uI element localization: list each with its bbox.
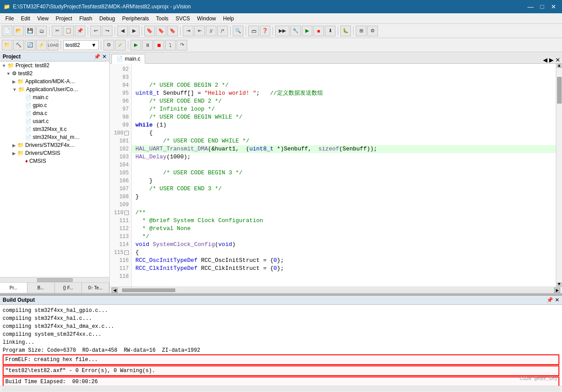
project-button[interactable]: 📁 <box>2 40 12 50</box>
vscroll-track[interactable] <box>557 68 562 282</box>
bookmark2-button[interactable]: 🔖 <box>156 26 166 36</box>
db-button[interactable]: 🗃 <box>248 26 259 36</box>
pause-button[interactable]: ⏸ <box>142 40 153 50</box>
code-content[interactable]: /* USER CODE BEGIN 2 */ uint8_t Senbuff[… <box>132 64 556 287</box>
save-button[interactable]: 💾 <box>25 26 35 36</box>
rebuild-button[interactable]: 🔄 <box>25 40 35 50</box>
project-tab-3[interactable]: 0↑ Te... <box>82 283 109 293</box>
vscroll-thumb[interactable] <box>557 77 562 104</box>
cut-button[interactable]: ✂ <box>52 26 62 36</box>
tree-item[interactable]: 📄usart.c <box>0 117 109 125</box>
close-button[interactable]: ✕ <box>549 2 558 12</box>
tree-item[interactable]: ▼📁Application/User/Co… <box>0 85 109 93</box>
wizard-button[interactable]: 🪄 <box>115 40 126 50</box>
editor-vscroll[interactable]: ▲ ▼ <box>556 64 562 287</box>
tab-scroll-right[interactable]: ▶ <box>549 57 554 63</box>
menu-item-project[interactable]: Project <box>52 13 76 23</box>
tree-item[interactable]: 📄gpio.c <box>0 101 109 109</box>
uncomment-button[interactable]: /* <box>217 26 228 36</box>
menu-item-svcs[interactable]: SVCS <box>172 13 194 23</box>
tree-item[interactable]: ▶📁Application/MDK-A… <box>0 77 109 85</box>
stop-button[interactable]: ■ <box>313 26 324 36</box>
hscroll-right[interactable]: ▶ <box>554 288 560 293</box>
paste-button[interactable]: 📌 <box>75 26 85 36</box>
bookmark1-button[interactable]: 🔖 <box>144 26 155 36</box>
outdent-button[interactable]: ⇤ <box>194 26 205 36</box>
target-dropdown[interactable]: test82 ▼ <box>63 40 99 50</box>
copy-button[interactable]: 📋 <box>63 26 74 36</box>
indent-button[interactable]: ⇥ <box>183 26 193 36</box>
menu-item-edit[interactable]: Edit <box>17 13 34 23</box>
project-hscroll[interactable] <box>0 277 109 282</box>
build-target-button[interactable]: ▶▶ <box>275 26 289 36</box>
project-tab-1[interactable]: B... <box>27 283 55 293</box>
tree-item[interactable]: ▶📁Drivers/STM32F4x… <box>0 141 109 149</box>
menu-item-debug[interactable]: Debug <box>96 13 119 23</box>
tree-item[interactable]: ♦CMSIS <box>0 157 109 165</box>
maximize-button[interactable]: □ <box>537 2 547 12</box>
fold-button[interactable]: − <box>124 211 129 215</box>
hscroll-track[interactable] <box>118 288 554 292</box>
comment-button[interactable]: // <box>206 26 216 36</box>
step-over-button[interactable]: ↷ <box>177 40 187 50</box>
flash-button[interactable]: ⚡ <box>36 40 47 50</box>
config-button[interactable]: ⚙ <box>104 40 114 50</box>
build2-button[interactable]: 🔨 <box>13 40 24 50</box>
tab-close-all[interactable]: ✕ <box>555 57 560 63</box>
tab-scroll-left[interactable]: ◀ <box>543 57 547 63</box>
tree-item[interactable]: 📄stm32f4xx_hal_m… <box>0 133 109 141</box>
help-button[interactable]: ❓ <box>260 26 270 36</box>
minimize-button[interactable]: — <box>526 2 535 12</box>
step-into-button[interactable]: ⤵ <box>165 40 176 50</box>
code-line: * @retval None <box>132 225 556 233</box>
new-file-button[interactable]: 📄 <box>2 26 12 36</box>
build-close-button[interactable]: ✕ <box>555 297 559 303</box>
menu-item-flash[interactable]: Flash <box>76 13 96 23</box>
vscroll-up[interactable]: ▲ <box>557 64 562 68</box>
menu-item-help[interactable]: Help <box>219 13 238 23</box>
menu-item-peripherals[interactable]: Peripherals <box>119 13 153 23</box>
load-button[interactable]: LOAD <box>48 40 58 50</box>
editor-tab-mainc[interactable]: 📄 main.c <box>112 54 145 64</box>
tree-item[interactable]: ▶📁Drivers/CMSIS <box>0 149 109 157</box>
vscroll-down[interactable]: ▼ <box>557 282 562 287</box>
project-tab-2[interactable]: {} F... <box>55 283 82 293</box>
tree-item[interactable]: ▼⚙test82 <box>0 69 109 77</box>
grid-button[interactable]: ⊞ <box>356 26 366 36</box>
tree-item[interactable]: 📄main.c <box>0 93 109 101</box>
menu-item-view[interactable]: View <box>34 13 52 23</box>
debug-button[interactable]: 🐛 <box>340 26 351 36</box>
fold-button[interactable]: − <box>124 250 129 255</box>
redo-button[interactable]: ↪ <box>102 26 112 36</box>
tree-item[interactable]: 📄stm32f4xx_it.c <box>0 125 109 133</box>
run-button[interactable]: ▶ <box>302 26 312 36</box>
project-close-button[interactable]: ✕ <box>102 54 107 60</box>
save-all-button[interactable]: 🗂 <box>36 26 47 36</box>
build-hscroll[interactable] <box>0 386 562 392</box>
download-button[interactable]: ⬇ <box>325 26 335 36</box>
build-pin-button[interactable]: 📌 <box>547 297 553 303</box>
nav-fwd-button[interactable]: ▶ <box>129 26 139 36</box>
tree-item[interactable]: ▼📁Project: test82 <box>0 61 109 69</box>
hscroll-thumb[interactable] <box>122 288 175 292</box>
menu-item-tools[interactable]: Tools <box>153 13 172 23</box>
build-button[interactable]: 🔧 <box>290 26 301 36</box>
settings-button[interactable]: ⚙ <box>367 26 378 36</box>
editor-hscroll[interactable]: ◀ ▶ <box>110 287 562 293</box>
editor-area: 📄 main.c ◀ ▶ ✕ 9293949596979899100−10110… <box>110 52 562 293</box>
tree-item[interactable]: 📄dma.c <box>0 109 109 117</box>
search-button[interactable]: 🔍 <box>233 26 243 36</box>
stop2-button[interactable]: ⏹ <box>154 40 164 50</box>
project-pin-button[interactable]: 📌 <box>94 54 100 60</box>
build-hscroll-track[interactable] <box>2 387 560 392</box>
menu-item-file[interactable]: File <box>2 13 17 23</box>
nav-back-button[interactable]: ◀ <box>117 26 128 36</box>
bookmark3-button[interactable]: 🔖 <box>167 26 178 36</box>
hscroll-left[interactable]: ◀ <box>112 288 118 293</box>
open-button[interactable]: 📂 <box>13 26 24 36</box>
fold-button[interactable]: − <box>124 131 129 135</box>
menu-item-window[interactable]: Window <box>193 13 219 23</box>
run2-button[interactable]: ▶ <box>131 40 141 50</box>
project-tab-0[interactable]: Pr... <box>0 283 27 293</box>
undo-button[interactable]: ↩ <box>90 26 101 36</box>
